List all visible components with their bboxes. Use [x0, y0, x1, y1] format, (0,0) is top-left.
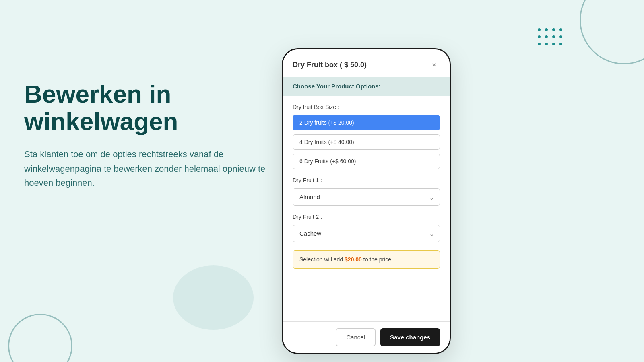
size-options-list: 2 Dry fruits (+$ 20.00) 4 Dry fruits (+$… [293, 115, 440, 169]
dry-fruit-2-option-group: Dry Fruit 2 : Cashew Almond Pistachio Wa… [283, 214, 450, 242]
price-amount: $20.00 [345, 256, 362, 263]
decorative-circle-top-right [580, 0, 644, 64]
box-size-label: Dry fruit Box Size : [293, 104, 440, 110]
dry-fruit-1-option-group: Dry Fruit 1 : Almond Cashew Pistachio Wa… [283, 177, 450, 206]
price-notice: Selection will add $20.00 to the price [293, 250, 440, 269]
save-changes-button[interactable]: Save changes [380, 328, 440, 346]
size-option-4-fruits[interactable]: 4 Dry fruits (+$ 40.00) [293, 134, 440, 150]
dry-fruit-1-label: Dry Fruit 1 : [293, 177, 440, 183]
cancel-button[interactable]: Cancel [336, 328, 376, 346]
price-notice-suffix: to the price [363, 256, 391, 263]
price-notice-prefix: Selection will add [299, 256, 345, 263]
modal-footer: Cancel Save changes [283, 321, 450, 353]
dry-fruit-1-select[interactable]: Almond Cashew Pistachio Walnut [293, 188, 440, 206]
dry-fruit-1-select-wrapper: Almond Cashew Pistachio Walnut ⌄ [293, 188, 440, 206]
modal-header: Dry Fruit box ( $ 50.0) × [283, 49, 450, 77]
size-option-2-fruits[interactable]: 2 Dry fruits (+$ 20.00) [293, 115, 440, 130]
left-content-area: Bewerken in winkelwagen Sta klanten toe … [24, 80, 266, 190]
options-header-text: Choose Your Product Options: [293, 83, 381, 90]
options-header-section: Choose Your Product Options: [283, 77, 450, 96]
dry-fruit-2-label: Dry Fruit 2 : [293, 214, 440, 220]
decorative-blob-center [173, 265, 254, 330]
close-button[interactable]: × [429, 59, 440, 70]
dry-fruit-2-select[interactable]: Cashew Almond Pistachio Walnut [293, 225, 440, 242]
decorative-circle-bottom-left [8, 314, 72, 362]
size-option-6-fruits[interactable]: 6 Dry Fruits (+$ 60.00) [293, 154, 440, 169]
dot-grid-decoration [538, 28, 564, 47]
phone-container: Dry Fruit box ( $ 50.0) × Choose Your Pr… [282, 48, 451, 354]
modal-title: Dry Fruit box ( $ 50.0) [293, 61, 367, 69]
modal-overlay: Dry Fruit box ( $ 50.0) × Choose Your Pr… [283, 49, 450, 353]
box-size-option-group: Dry fruit Box Size : 2 Dry fruits (+$ 20… [283, 104, 450, 169]
modal-body: Choose Your Product Options: Dry fruit B… [283, 77, 450, 321]
main-heading: Bewerken in winkelwagen [24, 80, 266, 135]
dry-fruit-2-select-wrapper: Cashew Almond Pistachio Walnut ⌄ [293, 225, 440, 242]
description-text: Sta klanten toe om de opties rechtstreek… [24, 147, 266, 190]
